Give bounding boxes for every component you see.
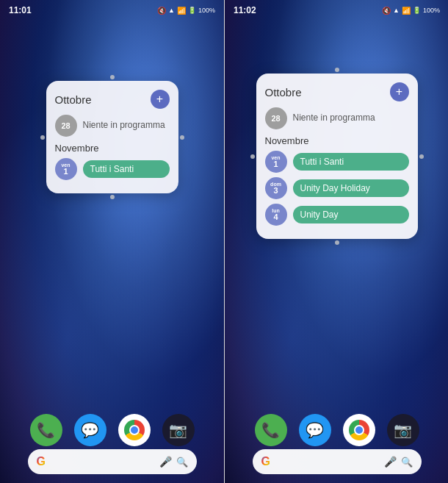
left-time: 11:01 [9,5,32,15]
right-date-28: 28 [265,107,287,129]
right-oct-event: 28 Niente in programma [265,107,409,129]
left-date-ven1: ven 1 [55,158,77,180]
right-chrome-app-icon[interactable] [343,414,375,446]
left-status-bar: 11:01 🔇 ▲ 📶 🔋 100% [0,0,224,21]
right-date-lun4: lun 4 [265,204,287,226]
right-date-ven1: ven 1 [265,151,287,173]
right-nov-event-1: ven 1 Tutti i Santi [265,151,409,173]
right-messages-app-icon[interactable]: 💬 [299,414,331,446]
right-mute-icon: 🔇 [382,7,391,15]
right-chrome-logo [349,420,369,440]
chrome-logo [124,420,145,440]
left-background [0,0,224,483]
left-tutti-chip[interactable]: Tutti i Santi [83,160,170,178]
handle-bottom[interactable] [110,195,115,199]
right-calendar-widget: Ottobre + 28 Niente in programma Novembr… [256,74,418,239]
right-unity-day-chip[interactable]: Unity Day [293,206,409,223]
left-phone: 11:01 🔇 ▲ 📶 🔋 100% Ottobre + 28 Niente i… [0,0,224,483]
right-time: 11:02 [234,5,256,15]
left-search-bar[interactable]: G 🎤 🔍 [28,449,197,474]
right-niente-text: Niente in programma [293,112,375,124]
left-add-button[interactable]: + [151,90,170,109]
left-oct-event: 28 Niente in programma [55,115,170,137]
right-handle-bottom[interactable] [335,240,339,245]
right-wifi-icon: 📶 [402,7,411,15]
left-november-label: Novembre [55,143,170,154]
left-calendar-widget: Ottobre + 28 Niente in programma Novembr… [46,81,178,193]
right-battery-icon: 🔋 [413,7,421,14]
battery-text: 100% [198,7,215,14]
right-november-label: Novembre [265,135,409,146]
handle-top[interactable] [110,75,115,79]
left-widget-header: Ottobre + [55,90,170,109]
left-date-28: 28 [55,115,77,137]
right-battery-text: 100% [423,7,440,14]
mute-icon: 🔇 [157,7,166,15]
right-status-icons: 🔇 ▲ 📶 🔋 100% [382,7,440,15]
right-handle-top[interactable] [335,68,339,72]
right-tutti-chip[interactable]: Tutti i Santi [293,153,409,171]
right-google-logo: G [261,455,270,468]
left-niente-text: Niente in programma [83,120,165,132]
left-phone-icon[interactable]: 📞 [30,414,62,446]
left-nov-event-1: ven 1 Tutti i Santi [55,158,170,180]
right-dock: 📞 💬 📷 [255,414,419,446]
right-lens-icon[interactable]: 🔍 [401,457,413,468]
left-google-logo: G [37,455,46,468]
right-widget-header: Ottobre + [265,82,409,101]
right-phone-app-icon[interactable]: 📞 [255,414,287,446]
left-dock: 📞 💬 📷 [30,414,195,446]
left-camera-icon[interactable]: 📷 [162,414,195,446]
left-status-icons: 🔇 ▲ 📶 🔋 100% [157,7,215,15]
left-month-ottobre: Ottobre [55,93,92,106]
right-add-button[interactable]: + [390,82,409,101]
battery-icon: 🔋 [188,7,196,14]
right-signal-icon: ▲ [393,7,400,14]
right-month-ottobre: Ottobre [265,86,302,99]
right-nov-event-2: dom 3 Unity Day Holiday [265,177,409,199]
right-handle-right[interactable] [419,154,424,159]
right-camera-app-icon[interactable]: 📷 [387,414,419,446]
right-mic-icon[interactable]: 🎤 [384,456,397,468]
right-unity-holiday-chip[interactable]: Unity Day Holiday [293,179,409,197]
left-chrome-icon[interactable] [118,414,151,446]
left-messages-icon[interactable]: 💬 [74,414,106,446]
right-phone: 11:02 🔇 ▲ 📶 🔋 100% Ottobre + 28 Niente i… [225,0,448,483]
signal-icon: ▲ [168,7,175,14]
right-status-bar: 11:02 🔇 ▲ 📶 🔋 100% [225,0,448,21]
right-nov-event-3: lun 4 Unity Day [265,204,409,226]
left-mic-icon[interactable]: 🎤 [159,456,172,468]
right-date-dom3: dom 3 [265,177,287,199]
right-handle-left[interactable] [250,154,255,159]
wifi-icon: 📶 [177,7,186,15]
handle-right[interactable] [180,135,184,140]
right-search-bar[interactable]: G 🎤 🔍 [253,449,422,474]
left-lens-icon[interactable]: 🔍 [176,457,188,468]
handle-left[interactable] [40,135,45,140]
